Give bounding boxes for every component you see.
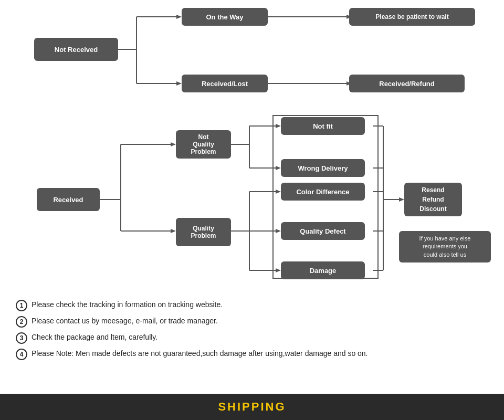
node-damage: Damage bbox=[281, 261, 365, 279]
node-not-received: Not Received bbox=[34, 38, 118, 61]
node-on-the-way: On the Way bbox=[182, 8, 268, 26]
node-not-fit: Not fit bbox=[281, 117, 365, 135]
note-circle-1: 1 bbox=[16, 300, 27, 311]
note-item-2: 2 Please contact us by meesage, e-mail, … bbox=[16, 316, 488, 328]
note-circle-3: 3 bbox=[16, 332, 27, 344]
note-item-3: 3 Check the package and ltem, carefully. bbox=[16, 332, 488, 344]
note-circle-2: 2 bbox=[16, 316, 27, 328]
main-content: Not Received On the Way Please be patien… bbox=[0, 0, 504, 394]
svg-marker-20 bbox=[276, 124, 281, 128]
note-text-3: Check the package and ltem, carefully. bbox=[32, 332, 158, 343]
node-received: Received bbox=[37, 188, 100, 211]
node-if-note: If you have any else requirements you co… bbox=[399, 231, 491, 262]
node-quality-problem: Quality Problem bbox=[176, 218, 231, 246]
svg-marker-26 bbox=[276, 190, 281, 194]
footer-title: SHIPPING bbox=[218, 400, 286, 414]
svg-marker-30 bbox=[276, 268, 281, 272]
note-item-4: 4 Please Note: Men made defects are not … bbox=[16, 348, 488, 360]
note-text-4: Please Note: Men made defects are not gu… bbox=[32, 348, 368, 359]
svg-marker-14 bbox=[171, 142, 176, 146]
notes-section: 1 Please check the tracking in formation… bbox=[10, 299, 494, 360]
node-resend-refund: Resend Refund Discount bbox=[404, 183, 462, 216]
node-received-refund: Received/Refund bbox=[349, 75, 465, 92]
node-not-quality-problem: Not Quality Problem bbox=[176, 130, 231, 159]
svg-marker-39 bbox=[399, 197, 404, 202]
node-please-wait: Please be patient to wait bbox=[349, 8, 475, 26]
svg-marker-28 bbox=[276, 229, 281, 233]
note-item-1: 1 Please check the tracking in formation… bbox=[16, 299, 488, 311]
svg-marker-6 bbox=[176, 81, 182, 86]
node-color-difference: Color Difference bbox=[281, 183, 365, 201]
footer-bar: SHIPPING bbox=[0, 394, 504, 420]
node-wrong-delivery: Wrong Delivery bbox=[281, 159, 365, 177]
svg-marker-22 bbox=[276, 166, 281, 170]
svg-marker-16 bbox=[171, 229, 176, 233]
node-received-lost: Received/Lost bbox=[182, 75, 268, 92]
svg-marker-3 bbox=[176, 15, 182, 19]
flowchart: Not Received On the Way Please be patien… bbox=[10, 5, 494, 289]
note-text-2: Please contact us by meesage, e-mail, or… bbox=[32, 316, 218, 327]
note-text-1: Please check the tracking in formation o… bbox=[32, 299, 223, 310]
note-circle-4: 4 bbox=[16, 349, 27, 360]
node-quality-defect: Quality Defect bbox=[281, 222, 365, 240]
